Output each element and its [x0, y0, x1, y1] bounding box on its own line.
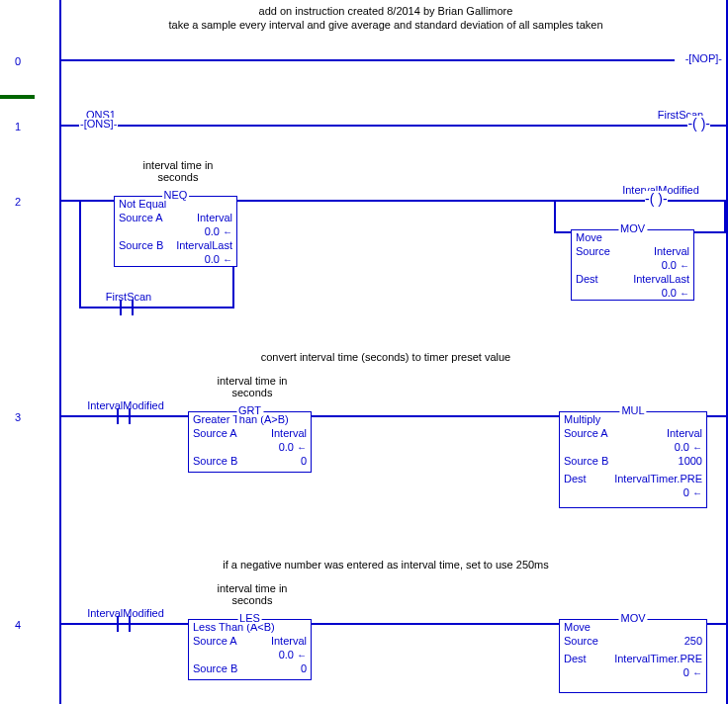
val: 0 — [301, 662, 307, 674]
les-header: LES — [237, 612, 262, 624]
lbl: Source B — [193, 662, 237, 674]
intervalmodified-coil[interactable]: ‑( )‑ — [645, 191, 668, 207]
lbl: Dest — [564, 473, 587, 484]
comment-l2: seconds — [119, 171, 237, 183]
lbl: Source — [564, 635, 598, 647]
lbl: Source A — [119, 212, 163, 223]
cl2: seconds — [193, 594, 312, 606]
les-instruction[interactable]: LES Less Than (A<B) Source AInterval 0.0… — [188, 619, 312, 680]
rung3-comment: convert interval time (seconds) to timer… — [79, 350, 692, 364]
comment-l1: interval time in — [119, 159, 237, 171]
mov-title: Move — [576, 231, 602, 243]
rung0-comment: add on instruction created 8/2014 by Bri… — [79, 4, 692, 33]
mov-header: MOV — [618, 612, 647, 624]
val: 0.0 — [675, 441, 689, 453]
rung-number-4: 4 — [15, 619, 21, 631]
mov-instruction-r4[interactable]: MOV Move Source250 DestIntervalTimer.PRE… — [559, 619, 707, 693]
branch-v1 — [79, 200, 81, 308]
lbl: Source A — [193, 427, 237, 439]
val: 0.0 — [662, 287, 677, 299]
lbl: Source B — [193, 455, 237, 467]
nop-label: NOP — [691, 52, 715, 64]
mul-header: MUL — [619, 404, 646, 416]
neq-instruction[interactable]: NEQ Not Equal Source AInterval 0.0 ← Sou… — [114, 196, 237, 267]
les-title: Less Than (A<B) — [193, 621, 275, 633]
intervalmodified-contact-r4[interactable] — [111, 616, 136, 632]
marker — [0, 95, 35, 99]
firstscan-coil[interactable]: ‑( )‑ — [687, 116, 710, 132]
val: IntervalLast — [176, 239, 232, 251]
rung1-wire — [61, 125, 726, 127]
val: 0.0 — [205, 225, 220, 237]
lbl: Source B — [564, 455, 608, 467]
comment-line: add on instruction created 8/2014 by Bri… — [79, 4, 692, 18]
ons-label: ONS — [87, 118, 111, 130]
mov-title: Move — [564, 621, 591, 633]
out-branch-v1 — [554, 200, 556, 231]
val: 1000 — [679, 455, 702, 467]
rung-number-1: 1 — [15, 121, 21, 132]
mul-title: Multiply — [564, 413, 600, 425]
val: 0.0 — [279, 649, 294, 660]
lbl: Source A — [193, 635, 237, 647]
val: Interval — [667, 427, 702, 439]
mul-instruction[interactable]: MUL Multiply Source AInterval 0.0 ← Sour… — [559, 411, 707, 508]
lbl: Source — [576, 245, 610, 257]
rung0-wire — [61, 59, 675, 61]
neq-comment: interval time in seconds — [119, 159, 237, 183]
grt-comment: interval time in seconds — [193, 375, 312, 398]
intervalmodified-contact-r3[interactable] — [111, 408, 136, 424]
out-branch-v2 — [724, 200, 726, 231]
val: IntervalTimer.PRE — [614, 473, 702, 484]
neq-header: NEQ — [162, 189, 190, 201]
val: Interval — [197, 212, 232, 223]
val: Interval — [271, 635, 307, 647]
lbl: Source B — [119, 239, 163, 251]
lbl: Dest — [576, 273, 598, 285]
val: 0.0 — [279, 441, 294, 453]
val: Interval — [271, 427, 307, 439]
les-comment: interval time in seconds — [193, 582, 312, 606]
branch-h — [79, 307, 232, 308]
comment-line: take a sample every interval and give av… — [79, 18, 692, 32]
ons-instruction[interactable]: ‑[ONS]‑ — [79, 118, 118, 130]
val: 0.0 — [662, 259, 677, 271]
cl1: interval time in — [193, 375, 312, 387]
left-rail — [59, 0, 61, 704]
rung4-comment: if a negative number was entered as inte… — [79, 558, 692, 572]
neq-title: Not Equal — [119, 198, 166, 210]
firstscan-contact[interactable] — [114, 300, 139, 315]
val: IntervalTimer.PRE — [614, 653, 702, 664]
rung-number-2: 2 — [15, 196, 21, 208]
lbl: Dest — [564, 653, 587, 664]
val: 0.0 — [205, 253, 220, 265]
lbl: Source A — [564, 427, 608, 439]
mov-header: MOV — [618, 222, 647, 234]
val: Interval — [654, 245, 689, 257]
grt-instruction[interactable]: GRT Greater Than (A>B) Source AInterval … — [188, 411, 312, 473]
rung-number-0: 0 — [15, 55, 21, 67]
val: 250 — [684, 635, 702, 647]
mov-instruction-r2[interactable]: MOV Move SourceInterval 0.0 ← DestInterv… — [571, 229, 694, 301]
nop-instruction[interactable]: ‑[NOP]‑ — [685, 52, 722, 64]
cl2: seconds — [193, 387, 312, 398]
val: 0 — [683, 666, 689, 678]
rung-number-3: 3 — [15, 411, 21, 423]
cl1: interval time in — [193, 582, 312, 594]
val: 0 — [301, 455, 307, 467]
ladder-diagram: add on instruction created 8/2014 by Bri… — [0, 0, 728, 704]
val: IntervalLast — [633, 273, 689, 285]
grt-header: GRT — [236, 404, 263, 416]
val: 0 — [683, 486, 689, 498]
